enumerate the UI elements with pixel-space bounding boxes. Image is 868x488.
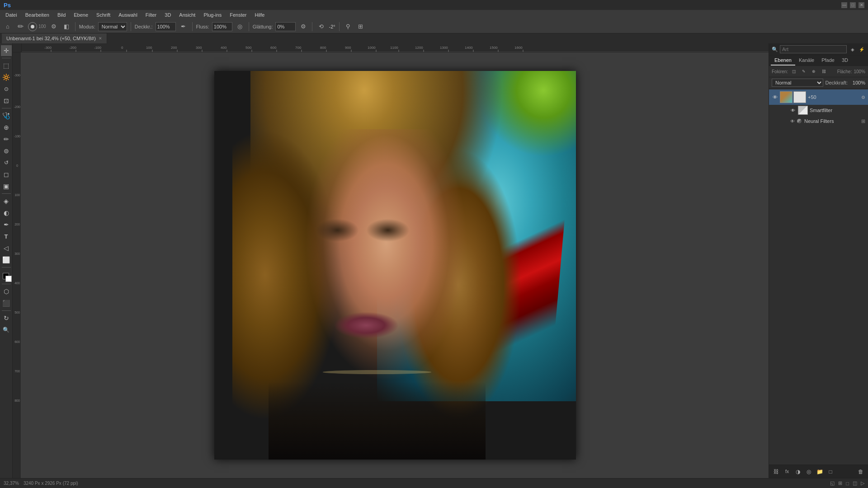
close-button[interactable]: ✕ <box>859 2 864 8</box>
background-color[interactable] <box>5 276 12 282</box>
spot-heal-tool[interactable]: ⊕ <box>1 122 12 133</box>
tool-sep-3 <box>2 193 11 194</box>
opacity-label: Deckkraft: <box>825 80 848 85</box>
new-layer-btn[interactable]: □ <box>826 467 835 476</box>
fluss-input[interactable] <box>212 22 232 31</box>
layer-item-neural[interactable]: 👁 Neural Filters ⊞ <box>769 116 868 127</box>
angle-icon[interactable]: ⟲ <box>316 22 326 32</box>
svg-text:0: 0 <box>121 46 123 50</box>
ruler-top: -300 -200 -100 0 100 200 300 400 500 600… <box>22 43 769 52</box>
add-style-btn[interactable]: fx <box>783 467 792 476</box>
focus-link-btn[interactable]: ⛓ <box>820 67 828 75</box>
blend-mode-select[interactable]: Normal <box>772 79 823 87</box>
svg-text:-300: -300 <box>14 74 20 77</box>
home-icon-button[interactable]: ⌂ <box>3 22 13 32</box>
symmetry-icon[interactable]: ⚲ <box>343 22 353 32</box>
menu-schrift[interactable]: Schrift <box>93 11 114 19</box>
neural-more-btn[interactable]: ⊞ <box>861 118 865 124</box>
modus-select[interactable]: Normal <box>98 22 127 31</box>
canvas-content[interactable] <box>22 52 769 478</box>
eraser-tool[interactable]: ◻ <box>1 169 12 180</box>
link-layers-btn[interactable]: ⛓ <box>772 467 781 476</box>
filter-kind-icon[interactable]: ◈ <box>849 45 857 53</box>
tab-ebenen[interactable]: Ebenen <box>771 56 795 66</box>
layer-eye-neural[interactable]: 👁 <box>790 118 795 124</box>
layer-settings-btn[interactable]: ⚙ <box>861 95 865 100</box>
brush-tool[interactable]: ✏ <box>1 134 12 145</box>
menu-plugins[interactable]: Plug-ins <box>200 11 225 19</box>
add-mask-btn[interactable]: ◑ <box>793 467 802 476</box>
lasso-tool[interactable]: 🔆 <box>1 72 12 83</box>
focus-move-btn[interactable]: ⊕ <box>810 67 818 75</box>
marquee-tool[interactable]: ⬚ <box>1 60 12 71</box>
tab-pfade[interactable]: Pfade <box>818 56 838 66</box>
tab-close-button[interactable]: ✕ <box>99 36 102 41</box>
tab-kanaele[interactable]: Kanäle <box>795 56 818 66</box>
toggle-brush-icon[interactable]: ◧ <box>61 22 71 32</box>
layer-item-smartfilter[interactable]: 👁 Smartfilter <box>769 105 868 116</box>
menu-fenster[interactable]: Fenster <box>226 11 250 19</box>
quick-select-tool[interactable]: ⊙ <box>1 84 12 94</box>
deckkraft-input[interactable] <box>156 22 176 31</box>
statusbar-icon-4[interactable]: ◫ <box>853 480 857 486</box>
brush-icon-button[interactable]: ✏ <box>15 22 25 32</box>
menu-bild[interactable]: Bild <box>54 11 69 19</box>
shape-tool[interactable]: ⬜ <box>1 254 12 265</box>
layer-name-main: +50 <box>808 94 859 100</box>
extra-icon[interactable]: ⊞ <box>356 22 366 32</box>
focus-filter-btn[interactable]: ◫ <box>790 67 798 75</box>
svg-text:600: 600 <box>14 340 20 343</box>
focus-lock-btn[interactable]: ✎ <box>800 67 808 75</box>
search-icon-button[interactable]: 🔍 <box>772 45 778 53</box>
rotate-view-tool[interactable]: ↻ <box>1 313 12 324</box>
brush-preview[interactable] <box>28 22 37 31</box>
type-tool[interactable]: T <box>1 231 12 242</box>
layer-thumbs <box>780 91 806 103</box>
tool-sep-2 <box>2 108 11 108</box>
menu-auswahl[interactable]: Auswahl <box>115 11 141 19</box>
smoothing-settings-icon[interactable]: ⚙ <box>298 22 308 32</box>
document-tab[interactable]: Unbenannt-1 bei 32,4% (+50, CMYK/8#) ✕ <box>2 33 107 43</box>
filter-effect-icon[interactable]: ⚡ <box>858 45 866 53</box>
layer-item-main[interactable]: 👁 +50 ⚙ <box>769 89 868 105</box>
clone-stamp-tool[interactable]: ⊚ <box>1 145 12 156</box>
crop-tool[interactable]: ⊡ <box>1 95 12 106</box>
pressure-icon[interactable]: ✒ <box>179 22 189 32</box>
quick-mask-tool[interactable]: ⬡ <box>1 286 12 297</box>
menu-filter[interactable]: Filter <box>142 11 160 19</box>
path-select-tool[interactable]: ◁ <box>1 243 12 253</box>
menu-ansicht[interactable]: Ansicht <box>175 11 199 19</box>
maximize-button[interactable]: □ <box>850 2 856 8</box>
move-tool[interactable]: ✛ <box>1 45 12 56</box>
airbrush-icon[interactable]: ◎ <box>235 22 245 32</box>
layer-eye-main[interactable]: 👁 <box>772 94 778 100</box>
history-brush-tool[interactable]: ↺ <box>1 157 12 168</box>
screen-mode-tool[interactable]: ⬛ <box>1 298 12 309</box>
menu-3d[interactable]: 3D <box>161 11 175 19</box>
statusbar-icon-5[interactable]: ▷ <box>861 480 864 486</box>
image-canvas[interactable] <box>214 71 576 460</box>
minimize-button[interactable]: — <box>841 2 847 8</box>
layer-search-input[interactable] <box>780 45 847 53</box>
statusbar-icon-2[interactable]: ⊞ <box>838 480 842 486</box>
delete-layer-btn[interactable]: 🗑 <box>856 467 865 476</box>
tab-3d[interactable]: 3D <box>838 56 852 66</box>
gradient-tool[interactable]: ▣ <box>1 181 12 192</box>
dodge-tool[interactable]: ◐ <box>1 207 12 218</box>
canvas-area: -300 -200 -100 0 100 200 300 400 500 600… <box>13 43 769 478</box>
zoom-tool[interactable]: 🔍 <box>1 324 12 335</box>
eyedropper-tool[interactable]: 🩺 <box>1 110 12 121</box>
glaettung-input[interactable] <box>275 22 296 31</box>
brush-settings-icon[interactable]: ⚙ <box>49 22 59 32</box>
statusbar-icon-3[interactable]: □ <box>846 480 849 486</box>
pen-tool[interactable]: ✒ <box>1 219 12 230</box>
menu-datei[interactable]: Datei <box>2 11 21 19</box>
new-fill-btn[interactable]: ◎ <box>804 467 813 476</box>
menu-ebene[interactable]: Ebene <box>70 11 92 19</box>
menu-bearbeiten[interactable]: Bearbeiten <box>22 11 53 19</box>
new-group-btn[interactable]: 📁 <box>815 467 824 476</box>
menu-hilfe[interactable]: Hilfe <box>251 11 268 19</box>
layer-eye-smartfilter[interactable]: 👁 <box>790 107 796 113</box>
statusbar-icon-1[interactable]: ◱ <box>830 480 835 486</box>
blur-tool[interactable]: ◈ <box>1 196 12 206</box>
